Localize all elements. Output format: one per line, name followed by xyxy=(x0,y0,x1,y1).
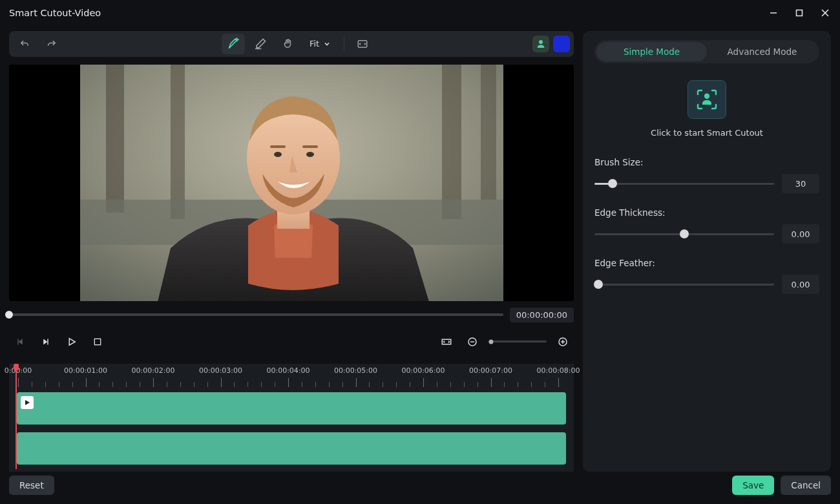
tab-simple-mode[interactable]: Simple Mode xyxy=(596,42,707,61)
titlebar: Smart Cutout-Video xyxy=(0,0,840,26)
timeline-zoom xyxy=(461,332,574,352)
maximize-button[interactable] xyxy=(793,7,805,19)
zoom-label: Fit xyxy=(310,39,319,48)
time-label: 00:00:07:00 xyxy=(469,366,512,375)
edge-feather-thumb[interactable] xyxy=(594,280,603,289)
fit-timeline-button[interactable] xyxy=(436,332,457,352)
time-label: 00:00:05:00 xyxy=(334,366,377,375)
svg-rect-8 xyxy=(442,65,461,219)
erase-brush-button[interactable] xyxy=(249,34,272,54)
time-label: 00:00:06:00 xyxy=(401,366,445,375)
zoom-select[interactable]: Fit xyxy=(303,34,337,54)
chevron-down-icon xyxy=(323,40,331,48)
mode-tabs: Simple Mode Advanced Mode xyxy=(594,40,819,63)
brush-size-thumb[interactable] xyxy=(608,179,617,188)
edge-feather-slider[interactable] xyxy=(594,284,774,286)
stop-button[interactable] xyxy=(87,332,109,352)
svg-rect-7 xyxy=(171,65,185,219)
edge-thickness-label: Edge Thickness: xyxy=(594,207,819,218)
person-cutout-icon xyxy=(694,87,720,112)
add-brush-icon xyxy=(227,37,240,50)
play-icon xyxy=(66,336,78,348)
fit-icon xyxy=(441,336,452,348)
brush-size-label: Brush Size: xyxy=(594,157,819,167)
undo-icon xyxy=(19,38,30,50)
timeline[interactable]: 0:00:0000:00:01:0000:00:02:0000:00:03:00… xyxy=(9,364,574,472)
time-label: 00:00:03:00 xyxy=(199,366,242,375)
window-controls xyxy=(768,7,831,19)
zoom-out-button[interactable] xyxy=(461,332,483,352)
minimize-button[interactable] xyxy=(768,7,779,19)
preview-image xyxy=(80,65,503,301)
reset-button[interactable]: Reset xyxy=(9,476,54,495)
svg-rect-16 xyxy=(302,145,318,148)
person-icon xyxy=(535,38,547,50)
next-frame-icon xyxy=(40,336,52,348)
start-cutout-button[interactable] xyxy=(688,80,726,119)
add-brush-button[interactable] xyxy=(222,34,245,54)
play-button[interactable] xyxy=(61,332,83,352)
clip-stack xyxy=(17,392,566,465)
video-clip[interactable] xyxy=(17,392,566,425)
edge-feather-label: Edge Feather: xyxy=(594,258,819,268)
edge-thickness-value[interactable]: 0.00 xyxy=(782,224,819,244)
settings-panel: Simple Mode Advanced Mode Click to start… xyxy=(583,31,831,472)
start-cutout-box: Click to start Smart Cutout xyxy=(594,80,819,138)
time-label: 00:00:02:00 xyxy=(131,366,174,375)
hand-icon xyxy=(282,38,293,50)
save-button[interactable]: Save xyxy=(732,476,774,495)
timeline-zoom-slider[interactable] xyxy=(488,341,547,342)
play-icon xyxy=(24,399,30,406)
playhead[interactable] xyxy=(16,365,17,469)
brush-size-value[interactable]: 30 xyxy=(782,174,819,193)
video-preview[interactable] xyxy=(9,65,574,301)
svg-rect-17 xyxy=(94,339,100,344)
redo-button[interactable] xyxy=(40,34,63,54)
svg-rect-15 xyxy=(270,145,286,148)
cancel-button[interactable]: Cancel xyxy=(781,476,831,495)
timeline-zoom-thumb[interactable] xyxy=(489,339,494,344)
redo-icon xyxy=(46,38,58,50)
zoom-out-icon xyxy=(467,336,478,348)
time-label: 00:00:04:00 xyxy=(266,366,310,375)
compare-button[interactable] xyxy=(351,34,374,54)
scrub-track[interactable] xyxy=(9,313,503,316)
erase-brush-icon xyxy=(254,37,267,50)
clip-play-badge xyxy=(21,396,34,409)
prev-frame-icon xyxy=(14,336,26,348)
edge-thickness-slider[interactable] xyxy=(594,233,774,235)
time-label: 00:00:08:00 xyxy=(536,366,580,375)
prev-frame-button[interactable] xyxy=(9,332,31,352)
edge-feather-value[interactable]: 0.00 xyxy=(782,275,819,294)
zoom-in-icon xyxy=(557,336,569,348)
hand-tool-button[interactable] xyxy=(276,34,299,54)
scrub-thumb[interactable] xyxy=(5,311,13,319)
start-cutout-label: Click to start Smart Cutout xyxy=(651,128,763,138)
close-button[interactable] xyxy=(819,7,831,19)
time-ruler[interactable]: 0:00:0000:00:01:0000:00:02:0000:00:03:00… xyxy=(10,366,574,388)
compare-icon xyxy=(357,38,368,50)
editor-pane: Fit xyxy=(9,31,574,472)
undo-button[interactable] xyxy=(13,34,36,54)
next-frame-button[interactable] xyxy=(35,332,57,352)
scrub-bar: 00:00:00:00 xyxy=(9,308,574,322)
audio-clip[interactable] xyxy=(17,432,566,465)
window-title: Smart Cutout-Video xyxy=(9,8,101,18)
svg-point-13 xyxy=(274,152,282,157)
brush-size-slider[interactable] xyxy=(594,183,774,185)
editor-toolbar: Fit xyxy=(9,31,574,57)
tab-advanced-mode[interactable]: Advanced Mode xyxy=(707,42,817,61)
svg-rect-9 xyxy=(481,65,496,200)
stop-icon xyxy=(92,337,103,347)
background-color-swatch[interactable] xyxy=(553,36,570,52)
svg-rect-1 xyxy=(797,10,803,16)
svg-point-14 xyxy=(306,152,314,157)
svg-rect-6 xyxy=(106,65,124,213)
edge-thickness-thumb[interactable] xyxy=(680,229,689,238)
person-overlay-swatch[interactable] xyxy=(532,36,549,52)
transport-controls xyxy=(9,331,574,352)
time-label: 00:00:01:00 xyxy=(64,366,107,375)
timecode-display: 00:00:00:00 xyxy=(510,308,574,322)
zoom-in-button[interactable] xyxy=(552,332,574,352)
footer: Reset Save Cancel xyxy=(0,472,840,499)
